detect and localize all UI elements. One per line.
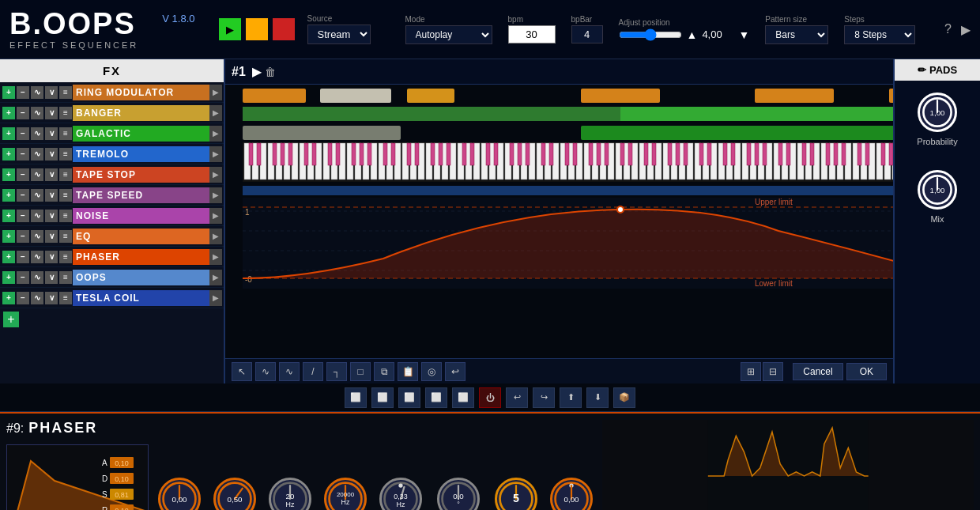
fx-down-oops[interactable]: ∨	[45, 271, 58, 284]
fx-expand-tremolo[interactable]: ▶	[209, 146, 222, 162]
record-button[interactable]	[246, 18, 268, 40]
video-button[interactable]: ▶	[961, 22, 971, 37]
fx-expand-ring[interactable]: ▶	[209, 85, 222, 100]
fx-add-tremolo[interactable]: +	[2, 148, 15, 161]
fx-wave-ring[interactable]: ∿	[31, 86, 43, 99]
fx-down-banger[interactable]: ∨	[45, 107, 58, 119]
seq-play-button[interactable]: ▶	[252, 64, 262, 79]
position-slider[interactable]	[619, 28, 682, 41]
fx-down-eq[interactable]: ∨	[45, 230, 58, 243]
fx-expand-phaser[interactable]: ▶	[209, 249, 222, 265]
steps-knob[interactable]: 5	[495, 478, 537, 510]
cancel-button[interactable]: Cancel	[793, 363, 842, 380]
fx-remove-eq[interactable]: −	[17, 230, 29, 243]
fx-add-effect-button[interactable]: +	[3, 312, 19, 327]
fx-list-tapestop[interactable]: ≡	[59, 168, 72, 181]
fx-expand-banger[interactable]: ▶	[209, 105, 222, 121]
fx-wave-oops[interactable]: ∿	[31, 271, 43, 284]
probability-knob[interactable]: 1,00	[918, 93, 957, 132]
feedback-knob[interactable]: 0,00	[550, 478, 593, 510]
tool-smooth[interactable]: ∿	[279, 362, 300, 381]
fx-add-phaser[interactable]: +	[2, 251, 15, 263]
fx-remove-oops[interactable]: −	[17, 271, 29, 284]
tool-node[interactable]: ∿	[255, 362, 276, 381]
fx-list-banger[interactable]: ≡	[59, 107, 72, 119]
fx-remove-banger[interactable]: −	[17, 107, 29, 119]
fx-wave-eq[interactable]: ∿	[31, 230, 43, 243]
highfreq-knob[interactable]: 20000 Hz	[324, 478, 367, 510]
fx-wave-tremolo[interactable]: ∿	[31, 148, 43, 161]
pan-knob[interactable]: 0,00	[158, 478, 201, 510]
fx-list-galactic[interactable]: ≡	[59, 127, 72, 140]
fx-add-tapestop[interactable]: +	[2, 168, 15, 181]
fx-expand-galactic[interactable]: ▶	[209, 126, 222, 142]
fx-add-eq[interactable]: +	[2, 230, 15, 243]
fx-list-noise[interactable]: ≡	[59, 210, 72, 222]
mode-select[interactable]: Autoplay	[405, 25, 492, 44]
mod-knob[interactable]: 0,33 Hz	[379, 478, 422, 510]
source-select[interactable]: Stream	[307, 25, 371, 44]
chevron-down-button[interactable]: ▼	[738, 28, 749, 41]
fx-list-phaser[interactable]: ≡	[59, 251, 72, 263]
steps-select[interactable]: 8 Steps	[844, 25, 915, 44]
mix-knob[interactable]: 1,00	[918, 170, 957, 210]
fx-remove-tesla[interactable]: −	[17, 292, 29, 304]
mid-btn-package[interactable]: 📦	[613, 387, 635, 408]
fx-remove-tremolo[interactable]: −	[17, 148, 29, 161]
chevron-up-button[interactable]: ▲	[687, 28, 698, 41]
tool-cursor[interactable]: ↖	[232, 362, 252, 381]
fx-remove-phaser[interactable]: −	[17, 251, 29, 263]
fx-down-tesla[interactable]: ∨	[45, 292, 58, 304]
grid-toggle[interactable]: ⊞	[741, 362, 761, 381]
fx-expand-tapespeed[interactable]: ▶	[209, 187, 222, 203]
help-button[interactable]: ?	[944, 22, 952, 36]
fx-wave-tesla[interactable]: ∿	[31, 292, 43, 304]
tool-select[interactable]: □	[350, 362, 371, 381]
fx-add-galactic[interactable]: +	[2, 127, 15, 140]
mid-btn-2[interactable]: ⬜	[371, 387, 394, 408]
fx-list-oops[interactable]: ≡	[59, 271, 72, 284]
mid-btn-redo[interactable]: ↪	[533, 387, 555, 408]
fx-remove-noise[interactable]: −	[17, 210, 29, 222]
fx-add-tesla[interactable]: +	[2, 292, 15, 304]
fx-remove-galactic[interactable]: −	[17, 127, 29, 140]
lowfreq-knob[interactable]: 20 Hz	[269, 478, 311, 510]
stop-button[interactable]	[273, 18, 295, 40]
fx-add-oops[interactable]: +	[2, 271, 15, 284]
bpm-input[interactable]	[508, 25, 556, 43]
mix-knob-phaser[interactable]: 0,50	[213, 478, 256, 510]
tool-undo[interactable]: ↩	[445, 362, 466, 381]
fx-remove-tapespeed[interactable]: −	[17, 189, 29, 202]
fx-add-tapespeed[interactable]: +	[2, 189, 15, 202]
fx-expand-noise[interactable]: ▶	[209, 208, 222, 224]
mid-btn-upload[interactable]: ⬆	[560, 387, 582, 408]
tool-paste[interactable]: 📋	[398, 362, 418, 381]
tool-linear[interactable]: /	[303, 362, 323, 381]
mid-btn-1[interactable]: ⬜	[345, 387, 367, 408]
fx-down-tapespeed[interactable]: ∨	[45, 189, 58, 202]
stereo-knob[interactable]: 0,0 °	[437, 478, 480, 510]
fx-down-ring[interactable]: ∨	[45, 86, 58, 99]
fx-expand-tapestop[interactable]: ▶	[209, 167, 222, 183]
tool-target[interactable]: ◎	[421, 362, 442, 381]
tool-copy[interactable]: ⧉	[374, 362, 394, 381]
fx-wave-tapespeed[interactable]: ∿	[31, 189, 43, 202]
fx-expand-oops[interactable]: ▶	[209, 270, 222, 285]
fx-wave-galactic[interactable]: ∿	[31, 127, 43, 140]
pattern-select[interactable]: Bars	[765, 25, 828, 44]
seq-delete-button[interactable]: 🗑	[265, 66, 276, 78]
fx-remove-tapestop[interactable]: −	[17, 168, 29, 181]
fx-down-tremolo[interactable]: ∨	[45, 148, 58, 161]
fx-list-ring[interactable]: ≡	[59, 86, 72, 99]
bpbar-input[interactable]	[571, 25, 603, 43]
fx-expand-tesla[interactable]: ▶	[209, 290, 222, 306]
fx-add-ring[interactable]: +	[2, 86, 15, 99]
mid-btn-download[interactable]: ⬇	[586, 387, 609, 408]
fx-remove-ring[interactable]: −	[17, 86, 29, 99]
mid-btn-5[interactable]: ⬜	[452, 387, 474, 408]
fx-list-tremolo[interactable]: ≡	[59, 148, 72, 161]
ok-button[interactable]: OK	[846, 363, 887, 380]
fx-wave-noise[interactable]: ∿	[31, 210, 43, 222]
play-button[interactable]: ▶	[219, 18, 241, 40]
fx-list-tapespeed[interactable]: ≡	[59, 189, 72, 202]
